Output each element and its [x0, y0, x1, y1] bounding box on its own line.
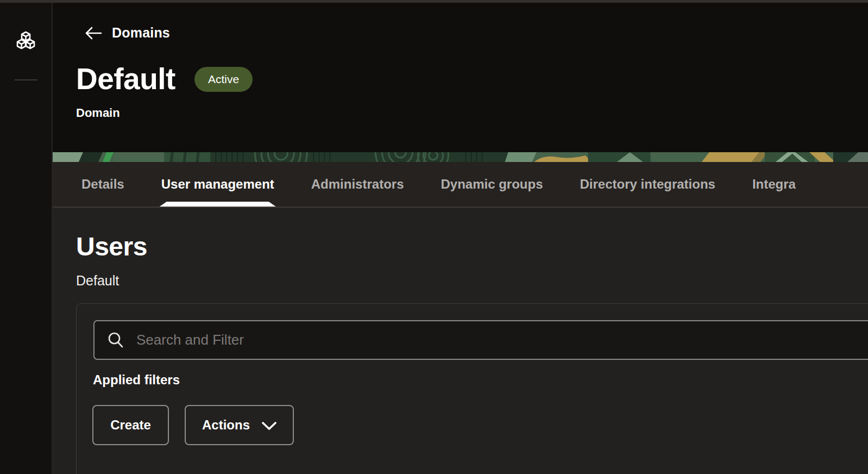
tab-dynamic-groups[interactable]: Dynamic groups	[439, 162, 544, 207]
page-header: Domains Default Active Domain	[53, 3, 868, 152]
tab-details[interactable]: Details	[80, 162, 126, 207]
resource-type-label: Domain	[76, 106, 868, 120]
users-list-card: Applied filters Create Actions	[76, 303, 868, 474]
chevron-down-icon	[262, 422, 276, 431]
search-input[interactable]	[136, 321, 868, 359]
button-row: Create Actions	[92, 405, 868, 445]
tab-integrated-applications[interactable]: Integra	[751, 162, 797, 207]
decorative-banner	[53, 152, 868, 162]
search-icon	[108, 332, 124, 348]
oci-console-page: Domains Default Active Domain	[0, 0, 868, 474]
rail-divider	[15, 79, 37, 80]
page-title: Default	[76, 64, 175, 94]
actions-button-label: Actions	[202, 417, 250, 433]
tab-bar: Details User management Administrators D…	[53, 162, 868, 208]
search-and-filter-box[interactable]	[93, 320, 868, 360]
banner-art	[53, 152, 868, 162]
section-subtitle: Default	[76, 273, 868, 289]
tab-user-management[interactable]: User management	[160, 162, 276, 207]
applied-filters-label: Applied filters	[93, 372, 868, 388]
users-section: Users Default Applied filters	[53, 208, 868, 474]
title-row: Default Active	[76, 64, 868, 94]
body-row: Domains Default Active Domain	[0, 3, 868, 474]
left-rail	[0, 3, 53, 474]
tab-directory-integrations[interactable]: Directory integrations	[578, 162, 717, 207]
actions-button[interactable]: Actions	[185, 405, 294, 445]
create-button[interactable]: Create	[92, 405, 169, 445]
tab-administrators[interactable]: Administrators	[310, 162, 406, 207]
main-column: Domains Default Active Domain	[53, 3, 868, 474]
back-arrow-icon	[85, 26, 102, 41]
breadcrumb[interactable]: Domains	[85, 25, 170, 41]
cubes-icon[interactable]	[16, 30, 36, 52]
breadcrumb-label[interactable]: Domains	[112, 25, 170, 41]
status-badge: Active	[194, 67, 253, 92]
section-title: Users	[76, 232, 868, 261]
